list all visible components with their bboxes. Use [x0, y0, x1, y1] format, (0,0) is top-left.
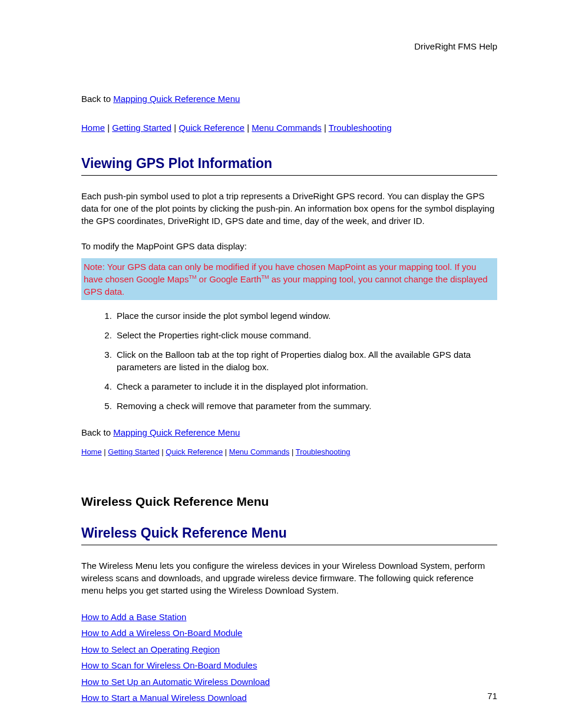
nav-sep: |: [289, 447, 295, 456]
link-add-base-station[interactable]: How to Add a Base Station: [81, 612, 186, 622]
nav-quick-reference[interactable]: Quick Reference: [178, 123, 244, 133]
nav-home-small[interactable]: Home: [81, 447, 102, 456]
nav-sep: |: [322, 123, 329, 133]
nav-menu-commands[interactable]: Menu Commands: [252, 123, 321, 133]
nav-sep: |: [171, 123, 178, 133]
nav-quick-reference-small[interactable]: Quick Reference: [166, 447, 223, 456]
step-item: Select the Properties right-click mouse …: [114, 329, 497, 341]
nav-links-bottom: Home | Getting Started | Quick Reference…: [81, 447, 497, 457]
step-item: Place the cursor inside the plot symbol …: [114, 309, 497, 322]
heading-wireless-blue: Wireless Quick Reference Menu: [81, 523, 497, 545]
note-text-2: or Google Earth: [196, 274, 261, 284]
back-to-line-bottom: Back to Mapping Quick Reference Menu: [81, 426, 497, 439]
nav-sep: |: [244, 123, 252, 133]
trademark-symbol: TM: [189, 274, 196, 280]
nav-sep: |: [102, 447, 108, 456]
back-to-line-top: Back to Mapping Quick Reference Menu: [81, 93, 497, 105]
step-item: Click on the Balloon tab at the top righ…: [114, 348, 497, 373]
note-box: Note: Your GPS data can only be modified…: [81, 258, 497, 300]
heading-viewing-gps: Viewing GPS Plot Information: [81, 154, 497, 176]
header-title: DriveRight FMS Help: [81, 40, 497, 52]
para-wireless-intro: The Wireless Menu lets you configure the…: [81, 559, 497, 597]
link-scan-modules[interactable]: How to Scan for Wireless On-Board Module…: [81, 660, 257, 670]
steps-list: Place the cursor inside the plot symbol …: [114, 309, 497, 412]
nav-sep: |: [160, 447, 166, 456]
back-link-mapping-bottom[interactable]: Mapping Quick Reference Menu: [113, 427, 240, 437]
nav-sep: |: [223, 447, 229, 456]
para-gps-intro: Each push-pin symbol used to plot a trip…: [81, 190, 497, 227]
link-add-wireless-module[interactable]: How to Add a Wireless On-Board Module: [81, 628, 242, 638]
nav-home[interactable]: Home: [81, 123, 105, 133]
back-link-mapping-top[interactable]: Mapping Quick Reference Menu: [113, 94, 240, 104]
back-prefix: Back to: [81, 427, 113, 437]
link-select-region[interactable]: How to Select an Operating Region: [81, 644, 220, 654]
step-item: Removing a check will remove that parame…: [114, 400, 497, 412]
nav-getting-started-small[interactable]: Getting Started: [108, 447, 159, 456]
nav-troubleshooting-small[interactable]: Troubleshooting: [296, 447, 351, 456]
link-auto-download[interactable]: How to Set Up an Automatic Wireless Down…: [81, 677, 270, 687]
step-item: Check a parameter to include it in the d…: [114, 380, 497, 393]
back-prefix: Back to: [81, 94, 113, 104]
trademark-symbol: TM: [262, 274, 269, 280]
nav-getting-started[interactable]: Getting Started: [112, 123, 171, 133]
para-modify-intro: To modify the MapPoint GPS data display:: [81, 240, 497, 252]
nav-links-top: Home | Getting Started | Quick Reference…: [81, 121, 497, 134]
nav-sep: |: [105, 123, 112, 133]
nav-menu-commands-small[interactable]: Menu Commands: [229, 447, 290, 456]
link-manual-download[interactable]: How to Start a Manual Wireless Download: [81, 693, 247, 703]
page-number: 71: [487, 690, 497, 702]
wireless-link-list: How to Add a Base Station How to Add a W…: [81, 610, 497, 706]
heading-wireless-black: Wireless Quick Reference Menu: [81, 493, 497, 510]
nav-troubleshooting[interactable]: Troubleshooting: [329, 123, 392, 133]
